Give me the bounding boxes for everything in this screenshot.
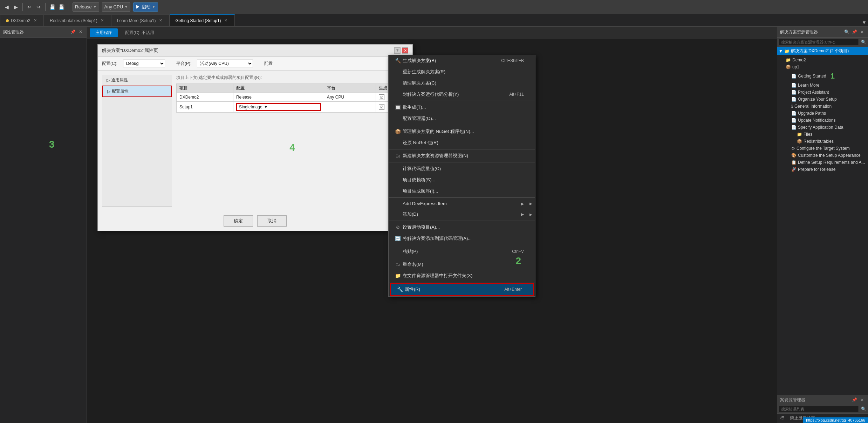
cancel-button[interactable]: 取消 — [257, 215, 287, 227]
ctx-nuget[interactable]: 📦 管理解决方案的 NuGet 程序包(N)... — [389, 126, 535, 137]
solution-search-input[interactable] — [779, 39, 859, 45]
redo-button[interactable]: ↪ — [35, 3, 42, 11]
solution-search-button[interactable]: 🔍 — [843, 29, 850, 35]
config-arrow-icon: ▷ — [107, 89, 110, 94]
second-panel-pin-button[interactable]: 📌 — [851, 397, 857, 403]
ctx-add-label: 添加(D) — [403, 211, 521, 217]
row2-build-checkbox[interactable]: ☑ — [379, 104, 384, 110]
ctx-addsource-label: 将解决方案添加到源代码管理(A)... — [403, 235, 529, 242]
app-tab-active[interactable]: 应用程序 — [90, 28, 118, 37]
solution-node[interactable]: ▼ 📁 解决方案'DXDemo2' (2 个项目) — [777, 47, 868, 55]
tab-dxdemo2[interactable]: DXDemo2 ✕ — [0, 14, 44, 26]
solution-pin-button[interactable]: 📌 — [851, 29, 857, 35]
solution-search-icon[interactable]: 🔍 — [860, 39, 867, 45]
tab-learnmore[interactable]: Learn More (Setup1) ✕ — [111, 14, 170, 26]
tab-redistributables-label: Redistributables (Setup1) — [50, 18, 97, 23]
nuget-icon: 📦 — [394, 129, 401, 134]
solution-icon: 📁 — [784, 49, 790, 54]
tree-files[interactable]: 📁 Files — [795, 131, 867, 138]
ctx-batch[interactable]: 🔲 批生成(T)... — [389, 102, 535, 113]
solution-label: 解决方案'DXDemo2' (2 个项目) — [791, 48, 849, 54]
tree-prepare-release[interactable]: 🚀 Prepare for Release — [790, 166, 867, 173]
tab-redistributables-close[interactable]: ✕ — [100, 18, 105, 24]
platform-select[interactable]: 活动(Any CPU) Any CPU — [197, 60, 253, 67]
ctx-addsource[interactable]: 🔄 将解决方案添加到源代码管理(A)... — [389, 233, 535, 244]
panel-pin-button[interactable]: 📌 — [70, 29, 76, 35]
tree-customize-appearance[interactable]: 🎨 Customize the Setup Appearance — [790, 152, 867, 159]
tree-update-notifications[interactable]: 📄 Update Notifications — [790, 117, 867, 124]
ctx-rename[interactable]: 🗂 重命名(M) 2 — [389, 259, 535, 270]
ok-button[interactable]: 确定 — [224, 215, 253, 227]
sidebar-general[interactable]: ▷ 通用属性 — [102, 75, 172, 86]
tree-redistributables[interactable]: 📦 Redistributables — [795, 138, 867, 145]
panel-close-button[interactable]: ✕ — [77, 29, 84, 35]
tree-upgrade-paths[interactable]: 📄 Upgrade Paths — [790, 110, 867, 117]
demo2-label: Demo2 — [792, 58, 806, 62]
save-button[interactable]: 💾 — [48, 3, 56, 11]
row1-build-checkbox[interactable]: ☑ — [379, 94, 384, 100]
project-assistant-icon: 📄 — [791, 90, 797, 95]
ctx-analyze-label: 对解决方案运行代码分析(Y) — [403, 91, 509, 98]
ctx-setstartup[interactable]: ⚙ 设置启动项目(A)... — [389, 222, 535, 233]
tree-general-info[interactable]: ℹ General Information — [790, 103, 867, 110]
ctx-analyze[interactable]: 对解决方案运行代码分析(Y) Alt+F11 — [389, 89, 535, 100]
ctx-clean[interactable]: 清理解决方案(C) — [389, 78, 535, 89]
upgrade-paths-icon: 📄 — [791, 111, 797, 116]
tree-configure-target[interactable]: ⚙ Configure the Target System — [790, 145, 867, 152]
error-search-input[interactable] — [779, 406, 859, 412]
tree-demo2[interactable]: 📁 Demo2 — [784, 56, 867, 63]
sidebar-config[interactable]: ▷ 配置属性 — [102, 86, 172, 97]
forward-button[interactable]: ▶ — [12, 3, 20, 11]
setup1-config-dropdown[interactable]: SingleImage ▼ — [236, 103, 321, 111]
start-dropdown[interactable]: ▶ 启动 ▼ — [133, 2, 158, 12]
back-button[interactable]: ◀ — [3, 3, 11, 11]
ctx-adddevexpress[interactable]: Add DevExpress Item ▶ — [389, 199, 535, 209]
tab-overflow-button[interactable]: ▼ — [860, 19, 868, 26]
solution-explorer-header: 解决方案资源管理器 🔍 📌 ✕ — [777, 27, 868, 38]
tab-redistributables[interactable]: Redistributables (Setup1) ✕ — [44, 14, 111, 26]
update-notifications-icon: 📄 — [791, 118, 797, 123]
dialog-close-button[interactable]: ✕ — [402, 47, 408, 54]
save-all-button[interactable]: 💾 — [57, 3, 65, 11]
tree-specify-app-data[interactable]: 📄 Specify Application Data — [790, 124, 867, 131]
ctx-projectdeps[interactable]: 项目依赖项(S)... — [389, 174, 535, 186]
tree-up1[interactable]: 📦 up1 — [784, 63, 867, 70]
tree-organize[interactable]: 📄 Organize Your Setup — [790, 96, 867, 103]
release-label: Release — [75, 4, 92, 9]
ctx-add[interactable]: 添加(D) ▶ — [389, 209, 535, 220]
second-panel-close-button[interactable]: ✕ — [859, 397, 865, 403]
ctx-configmgr[interactable]: 配置管理器(O)... — [389, 113, 535, 124]
config-select[interactable]: Debug Release — [123, 60, 165, 67]
tree-learn-more[interactable]: 📄 Learn More — [790, 82, 867, 89]
tab-gettingstarted-close[interactable]: ✕ — [223, 18, 229, 24]
tree-project-assistant[interactable]: 📄 Project Assistant — [790, 89, 867, 96]
tree-define-requirements[interactable]: 📋 Define Setup Requirements and A... — [790, 159, 867, 166]
ctx-build[interactable]: 🔨 生成解决方案(B) Ctrl+Shift+B — [389, 55, 535, 66]
error-search-icon[interactable]: 🔍 — [860, 406, 867, 412]
tree-getting-started[interactable]: 📄 Getting Started 1 — [790, 70, 867, 82]
dialog-footer: 确定 取消 — [98, 211, 412, 231]
solution-close-button[interactable]: ✕ — [859, 29, 865, 35]
ctx-setstartup-label: 设置启动项目(A)... — [403, 224, 529, 230]
dialog-help-button[interactable]: ? — [394, 47, 401, 54]
ctx-buildorder[interactable]: 项目生成顺序(I)... — [389, 186, 535, 197]
any-cpu-dropdown[interactable]: Any CPU ▼ — [102, 2, 130, 12]
tab-dxdemo2-close[interactable]: ✕ — [32, 18, 38, 24]
up1-label: up1 — [792, 65, 799, 69]
solution-tree: 📁 Demo2 📦 up1 📄 Getting Started 1 📄 Lear… — [777, 55, 868, 395]
ctx-properties[interactable]: 🔧 属性(R) Alt+Enter — [390, 283, 534, 296]
ctx-paste[interactable]: 粘贴(P) Ctrl+V — [389, 246, 535, 257]
ctx-newsolution[interactable]: 🗂 新建解决方案资源管理器视图(N) — [389, 150, 535, 161]
release-dropdown[interactable]: Release ▼ — [73, 2, 99, 12]
any-cpu-arrow-icon: ▼ — [124, 5, 128, 9]
ctx-rebuild[interactable]: 重新生成解决方案(R) — [389, 66, 535, 78]
col-project: 项目 — [177, 84, 233, 93]
tab-learnmore-close[interactable]: ✕ — [158, 18, 164, 24]
ctx-openinfolder[interactable]: 📁 在文件资源管理器中打开文件夹(X) — [389, 270, 535, 281]
files-label: Files — [804, 132, 812, 137]
undo-button[interactable]: ↩ — [26, 3, 33, 11]
general-arrow-icon: ▷ — [107, 78, 110, 83]
ctx-restorenuget[interactable]: 还原 NuGet 包(R) — [389, 137, 535, 148]
ctx-calcmetrics[interactable]: 计算代码度量值(C) — [389, 163, 535, 174]
tab-gettingstarted[interactable]: Getting Started (Setup1) ✕ — [170, 14, 235, 26]
